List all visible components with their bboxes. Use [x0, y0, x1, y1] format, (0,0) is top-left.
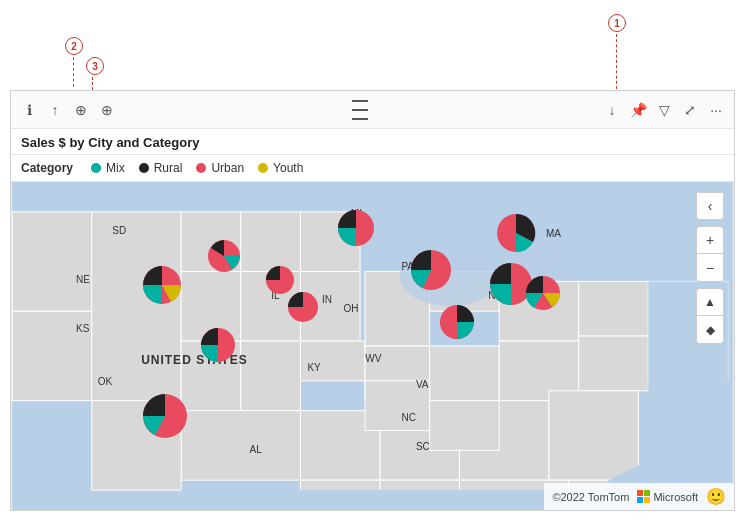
- info-icon[interactable]: ℹ: [19, 100, 39, 120]
- legend-label-rural: Rural: [154, 161, 183, 175]
- legend-label-urban: Urban: [211, 161, 244, 175]
- microsoft-logo: Microsoft: [637, 490, 698, 503]
- zoom-control-group: + −: [696, 226, 724, 282]
- legend-dot-mix: [91, 163, 101, 173]
- legend-item-youth: Youth: [258, 161, 303, 175]
- svg-marker-12: [300, 341, 365, 381]
- legend-title: Category: [21, 161, 73, 175]
- legend-label-mix: Mix: [106, 161, 125, 175]
- legend-dot-youth: [258, 163, 268, 173]
- filter-icon[interactable]: ▽: [654, 100, 674, 120]
- pie-chart-ma: [495, 212, 537, 254]
- zoom-out-button[interactable]: −: [696, 254, 724, 282]
- svg-marker-2: [12, 311, 92, 400]
- map-controls: ‹ + − ▲ ◆: [696, 192, 724, 350]
- focus-icon[interactable]: ⊕: [71, 100, 91, 120]
- more-options-icon[interactable]: ···: [706, 100, 726, 120]
- pie-chart-pa: [409, 248, 453, 292]
- north-button[interactable]: ▲: [696, 288, 724, 316]
- pie-chart-ia: [206, 238, 242, 274]
- orientation-control-group: ▲ ◆: [696, 288, 724, 344]
- msft-sq4: [644, 497, 650, 503]
- svg-marker-1: [12, 212, 92, 311]
- svg-marker-5: [241, 212, 301, 272]
- callout-1: 1: [608, 14, 626, 32]
- download-icon[interactable]: ↓: [602, 100, 622, 120]
- svg-marker-22: [181, 411, 300, 481]
- collapse-control-group: ‹: [696, 192, 724, 220]
- copyright-text: ©2022 TomTom: [552, 491, 629, 503]
- zoom-in-button[interactable]: +: [696, 226, 724, 254]
- toolbar-right: ↓ 📌 ▽ ⤢ ···: [602, 100, 726, 120]
- map-footer: ©2022 TomTom Microsoft 🙂: [544, 483, 734, 510]
- legend-dot-rural: [139, 163, 149, 173]
- hamburger-icon[interactable]: [352, 98, 368, 122]
- svg-marker-20: [579, 336, 649, 391]
- fullscreen-icon[interactable]: ⤢: [680, 100, 700, 120]
- callout-3-arrow: [92, 77, 93, 90]
- svg-marker-11: [241, 341, 301, 411]
- legend-dot-urban: [196, 163, 206, 173]
- svg-marker-16: [430, 346, 500, 401]
- panel-title: Sales $ by City and Category: [11, 129, 734, 155]
- feedback-icon[interactable]: 🙂: [706, 487, 726, 506]
- expand-icon-left[interactable]: ⊕: [97, 100, 117, 120]
- pie-chart-mi: [336, 208, 376, 248]
- share-icon[interactable]: ↑: [45, 100, 65, 120]
- svg-marker-26: [549, 391, 638, 480]
- svg-marker-29: [365, 381, 430, 431]
- svg-marker-3: [92, 212, 181, 401]
- panel-toolbar: ℹ ↑ ⊕ ⊕ ↓ 📌 ▽ ⤢ ···: [11, 91, 734, 129]
- msft-sq1: [637, 490, 643, 496]
- legend-label-youth: Youth: [273, 161, 303, 175]
- pie-chart-nj2: [524, 274, 562, 312]
- pie-chart-md: [438, 303, 476, 341]
- svg-marker-30: [430, 401, 500, 451]
- pin-icon[interactable]: 📌: [628, 100, 648, 120]
- tilt-button[interactable]: ◆: [696, 316, 724, 344]
- collapse-button[interactable]: ‹: [696, 192, 724, 220]
- callout-2-arrow: [73, 57, 74, 87]
- legend: Category Mix Rural Urban Youth: [11, 155, 734, 182]
- pie-chart-il2: [286, 290, 320, 324]
- pie-chart-ne: [141, 264, 183, 306]
- msft-sq2: [644, 490, 650, 496]
- microsoft-text: Microsoft: [653, 491, 698, 503]
- callout-3: 3: [86, 57, 104, 75]
- pie-chart-mos: [199, 326, 237, 364]
- legend-item-mix: Mix: [91, 161, 125, 175]
- msft-sq3: [637, 497, 643, 503]
- msft-squares: [637, 490, 650, 503]
- pie-chart-ar: [141, 392, 189, 440]
- svg-marker-19: [579, 281, 649, 336]
- outer-container: 1 2 3 ℹ ↑ ⊕ ⊕ ↓: [0, 0, 745, 521]
- top-area: 1 2 3: [0, 0, 745, 100]
- toolbar-center: [352, 98, 368, 122]
- main-panel: ℹ ↑ ⊕ ⊕ ↓ 📌 ▽ ⤢ ··· Sales $ by C: [10, 90, 735, 511]
- callout-2: 2: [65, 37, 83, 55]
- map-area[interactable]: .state { fill: #d8d8d8; stroke: #fff; st…: [11, 182, 734, 510]
- legend-item-urban: Urban: [196, 161, 244, 175]
- legend-item-rural: Rural: [139, 161, 183, 175]
- toolbar-left: ℹ ↑ ⊕ ⊕: [19, 100, 117, 120]
- callout-1-arrow: [616, 34, 617, 89]
